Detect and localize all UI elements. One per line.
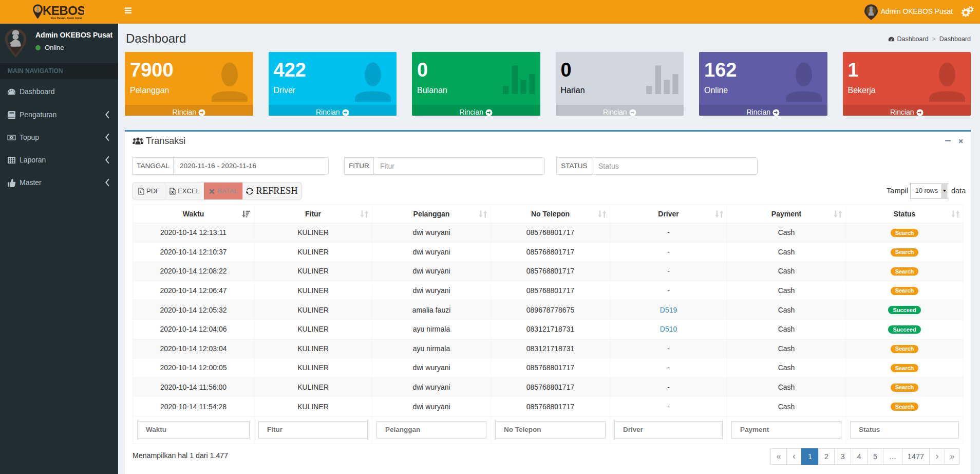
svg-text:KEBOS: KEBOS	[43, 4, 84, 17]
svg-text:Bos Pesan, Kami Antar: Bos Pesan, Kami Antar	[51, 16, 83, 20]
